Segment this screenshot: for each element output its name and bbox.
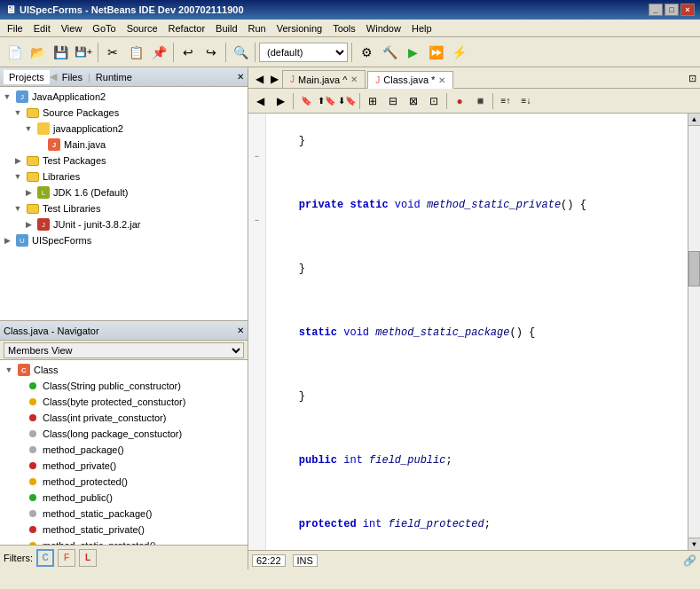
redo-button[interactable]: ↪: [201, 42, 222, 63]
expand-junit[interactable]: ▶: [23, 220, 34, 229]
filter-l-button[interactable]: L: [79, 549, 97, 567]
open-button[interactable]: 📂: [27, 42, 48, 63]
copy-button[interactable]: 📋: [125, 42, 146, 63]
tab-close-mainjava[interactable]: ✕: [350, 75, 358, 84]
tree-item-junit[interactable]: ▶ J JUnit - junit-3.8.2.jar: [2, 216, 246, 232]
nav-item-ctor-prot[interactable]: · Class(byte protected_constuctor): [2, 394, 246, 410]
nav-item-class[interactable]: ▼ C Class: [2, 362, 246, 378]
nav-item-msp[interactable]: · method_static_package(): [2, 506, 246, 522]
paste-button[interactable]: 📌: [148, 42, 169, 63]
tree-item-testpackages[interactable]: ▶ Test Packages: [2, 153, 246, 169]
nav-tree[interactable]: ▼ C Class · Class(String public_construc…: [0, 360, 248, 545]
title-bar-controls[interactable]: _ □ ×: [649, 4, 695, 16]
properties-button[interactable]: ⚙: [356, 42, 377, 63]
ed-btn-6[interactable]: ⊡: [424, 91, 444, 111]
tab-close-classjava[interactable]: ✕: [438, 75, 445, 85]
ed-forward-button[interactable]: ▶: [271, 91, 290, 111]
expand-pkg-javaapp2[interactable]: ▼: [23, 124, 34, 133]
members-view-select[interactable]: Members View: [4, 342, 244, 358]
filter-c-button[interactable]: C: [36, 549, 54, 567]
tab-runtime[interactable]: Runtime: [90, 70, 138, 84]
expand-testpackages[interactable]: ▶: [12, 156, 23, 165]
ed-btn-3[interactable]: ⊞: [363, 91, 382, 111]
projects-tree[interactable]: ▼ J JavaApplication2 ▼ Source Packages ▼…: [0, 87, 248, 320]
run-button[interactable]: ▶: [402, 42, 423, 63]
nav-item-method-pkg[interactable]: · method_package(): [2, 442, 246, 458]
tree-item-uispecforms[interactable]: ▶ U UISpecForms: [2, 232, 246, 248]
save-button[interactable]: 💾: [50, 42, 71, 63]
editor-tab-mainjava[interactable]: J Main.java ^ ✕: [282, 70, 366, 88]
menu-run[interactable]: Run: [243, 21, 271, 35]
ed-btn-8[interactable]: ◾: [470, 91, 490, 111]
ed-btn-4[interactable]: ⊟: [383, 91, 403, 111]
tree-item-javaapp2[interactable]: ▼ J JavaApplication2: [2, 89, 246, 105]
tab-panel-maximize[interactable]: ⊡: [685, 73, 700, 84]
debug-button[interactable]: ⏩: [425, 42, 446, 63]
menu-refactor[interactable]: Refactor: [163, 21, 211, 35]
save-all-button[interactable]: 💾+: [73, 42, 94, 63]
menu-build[interactable]: Build: [210, 21, 242, 35]
editor-scrollbar-v[interactable]: ▲ ▼: [688, 114, 700, 550]
tree-item-testlibs[interactable]: ▼ Test Libraries: [2, 200, 246, 216]
nav-item-mspr[interactable]: · method_static_private(): [2, 522, 246, 538]
nav-item-method-pub[interactable]: · method_public(): [2, 490, 246, 506]
tree-item-jdk16[interactable]: ▶ L JDK 1.6 (Default): [2, 185, 246, 200]
gutter-collapse2[interactable]: −: [248, 213, 265, 229]
ed-back-button[interactable]: ◀: [250, 91, 270, 111]
config-dropdown[interactable]: (default): [259, 43, 348, 62]
nav-item-ctor-pkg[interactable]: · Class(long package_constuctor): [2, 426, 246, 442]
close-button[interactable]: ×: [680, 4, 695, 16]
undo-button[interactable]: ↩: [177, 42, 199, 63]
scrollbar-thumb[interactable]: [688, 251, 700, 287]
menu-file[interactable]: File: [2, 21, 28, 35]
new-button[interactable]: 📄: [4, 42, 25, 63]
code-view[interactable]: − − } private static void method_static_…: [248, 114, 700, 550]
scrollbar-up-btn[interactable]: ▲: [688, 114, 700, 126]
ed-btn-5[interactable]: ⊠: [404, 91, 423, 111]
tree-item-sourcepackages[interactable]: ▼ Source Packages: [2, 105, 246, 121]
menu-window[interactable]: Window: [361, 21, 406, 35]
nav-item-method-priv[interactable]: · method_private(): [2, 458, 246, 474]
expand-jdk16[interactable]: ▶: [23, 188, 34, 197]
menu-view[interactable]: View: [56, 21, 88, 35]
ed-toggle-bookmark[interactable]: 🔖: [296, 91, 316, 111]
ed-btn-7[interactable]: ●: [450, 91, 469, 111]
gutter-collapse[interactable]: −: [248, 149, 265, 165]
scrollbar-down-btn[interactable]: ▼: [688, 538, 700, 550]
nav-item-ctor-priv[interactable]: · Class(int private_constuctor): [2, 410, 246, 426]
filter-f-button[interactable]: F: [58, 549, 75, 567]
expand-testlibs[interactable]: ▼: [12, 204, 23, 213]
nav-item-msprot[interactable]: · method_static_protected(): [2, 538, 246, 545]
ed-btn-9[interactable]: ≡↑: [496, 91, 515, 111]
menu-edit[interactable]: Edit: [28, 21, 56, 35]
editor-tab-classjava[interactable]: J Class.java * ✕: [367, 71, 453, 89]
menu-help[interactable]: Help: [406, 21, 437, 35]
nav-item-ctor-pub[interactable]: · Class(String public_constructor): [2, 378, 246, 394]
ed-btn-10[interactable]: ≡↓: [516, 91, 536, 111]
menu-tools[interactable]: Tools: [327, 21, 361, 35]
tree-item-pkg-javaapp2[interactable]: ▼ javaapplication2: [2, 121, 246, 137]
cut-button[interactable]: ✂: [102, 42, 123, 63]
ed-prev-bookmark[interactable]: ⬆🔖: [317, 91, 336, 111]
menu-goto[interactable]: GoTo: [87, 21, 121, 35]
editor-area[interactable]: − − } private static void method_static_…: [248, 114, 700, 550]
tree-item-libraries[interactable]: ▼ Libraries: [2, 169, 246, 185]
expand-libraries[interactable]: ▼: [12, 172, 23, 181]
maximize-button[interactable]: □: [665, 4, 679, 16]
build-button[interactable]: 🔨: [379, 42, 400, 63]
navigator-close[interactable]: ✕: [237, 326, 244, 335]
nav-expand-class[interactable]: ▼: [4, 365, 14, 374]
nav-item-method-prot[interactable]: · method_protected(): [2, 474, 246, 490]
tab-files[interactable]: Files: [57, 70, 88, 84]
find-button[interactable]: 🔍: [230, 42, 251, 63]
expand-uispecforms[interactable]: ▶: [2, 236, 12, 245]
code-content[interactable]: } private static void method_static_priv…: [266, 114, 688, 550]
tree-item-mainjava[interactable]: ▶ J Main.java: [2, 137, 246, 153]
expand-sourcepackages[interactable]: ▼: [12, 108, 23, 117]
profile-button[interactable]: ⚡: [448, 42, 469, 63]
tab-nav-right[interactable]: ▶: [267, 73, 282, 85]
minimize-button[interactable]: _: [649, 4, 663, 16]
expand-mainjava[interactable]: ▶: [34, 140, 44, 149]
projects-panel-close[interactable]: ✕: [237, 72, 244, 82]
menu-versioning[interactable]: Versioning: [271, 21, 327, 35]
